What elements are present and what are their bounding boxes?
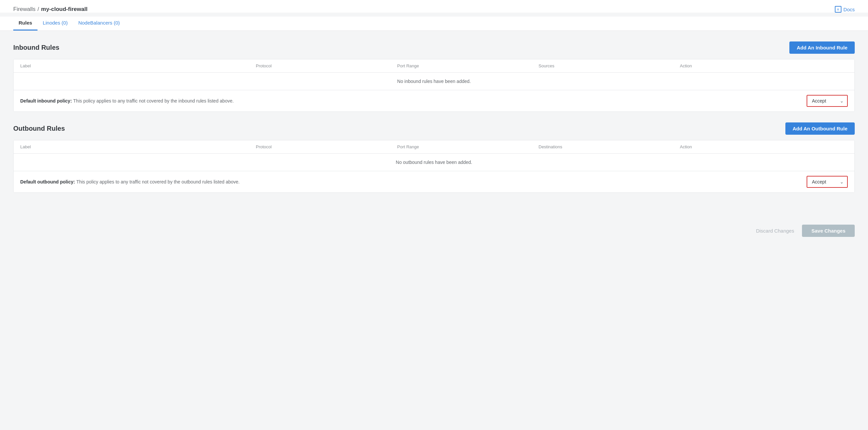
inbound-policy-select[interactable]: Accept Drop: [807, 96, 847, 106]
outbound-table-header: Label Protocol Port Range Destinations A…: [13, 140, 855, 154]
inbound-section-header: Inbound Rules Add An Inbound Rule: [13, 41, 855, 54]
inbound-policy-select-container: Accept Drop ⌄: [807, 96, 847, 106]
outbound-empty-row: No outbound rules have been added.: [13, 154, 855, 171]
inbound-empty-row: No inbound rules have been added.: [13, 73, 855, 90]
inbound-rules-table: Label Protocol Port Range Sources Action…: [13, 59, 855, 112]
breadcrumb: Firewalls / my-cloud-firewall: [13, 6, 88, 12]
inbound-table-header: Label Protocol Port Range Sources Action: [13, 59, 855, 73]
add-outbound-rule-button[interactable]: Add An Outbound Rule: [785, 122, 855, 135]
outbound-policy-select-wrapper: Accept Drop ⌄: [807, 176, 848, 188]
docs-link[interactable]: ≡ Docs: [835, 6, 855, 12]
outbound-section-title: Outbound Rules: [13, 125, 65, 132]
outbound-policy-text: This policy applies to any traffic not c…: [76, 179, 801, 184]
inbound-policy-text: This policy applies to any traffic not c…: [73, 98, 801, 103]
outbound-rules-section: Outbound Rules Add An Outbound Rule Labe…: [13, 122, 855, 193]
outbound-col-actions-empty: [821, 144, 848, 149]
inbound-col-sources: Sources: [538, 63, 680, 68]
tab-linodes[interactable]: Linodes (0): [37, 17, 73, 31]
outbound-rules-table: Label Protocol Port Range Destinations A…: [13, 140, 855, 193]
inbound-policy-label: Default inbound policy:: [20, 98, 72, 103]
tab-rules[interactable]: Rules: [13, 17, 37, 31]
inbound-col-action: Action: [680, 63, 821, 68]
outbound-col-label: Label: [20, 144, 256, 149]
inbound-col-port-range: Port Range: [397, 63, 538, 68]
add-inbound-rule-button[interactable]: Add An Inbound Rule: [789, 41, 855, 54]
discard-changes-button[interactable]: Discard Changes: [754, 225, 795, 237]
breadcrumb-separator: /: [37, 6, 39, 12]
inbound-section-title: Inbound Rules: [13, 44, 59, 52]
inbound-policy-select-wrapper: Accept Drop ⌄: [807, 95, 848, 107]
save-changes-button[interactable]: Save Changes: [802, 225, 855, 237]
outbound-policy-label: Default outbound policy:: [20, 179, 75, 184]
outbound-policy-select[interactable]: Accept Drop: [807, 177, 847, 187]
bottom-actions: Discard Changes Save Changes: [0, 217, 868, 245]
inbound-rules-section: Inbound Rules Add An Inbound Rule Label …: [13, 41, 855, 112]
outbound-section-header: Outbound Rules Add An Outbound Rule: [13, 122, 855, 135]
outbound-col-destinations: Destinations: [538, 144, 680, 149]
inbound-col-protocol: Protocol: [256, 63, 397, 68]
docs-label: Docs: [843, 7, 855, 12]
tabs-bar: Rules Linodes (0) NodeBalancers (0): [0, 17, 868, 31]
outbound-col-port-range: Port Range: [397, 144, 538, 149]
inbound-col-actions-empty: [821, 63, 848, 68]
inbound-col-label: Label: [20, 63, 256, 68]
breadcrumb-current: my-cloud-firewall: [41, 6, 88, 12]
outbound-col-protocol: Protocol: [256, 144, 397, 149]
main-content: Inbound Rules Add An Inbound Rule Label …: [0, 31, 868, 217]
outbound-policy-row: Default outbound policy: This policy app…: [13, 171, 855, 192]
page-wrapper: Firewalls / my-cloud-firewall ≡ Docs Rul…: [0, 0, 868, 430]
outbound-col-action: Action: [680, 144, 821, 149]
tab-nodebalancers[interactable]: NodeBalancers (0): [73, 17, 125, 31]
outbound-policy-select-container: Accept Drop ⌄: [807, 177, 847, 187]
breadcrumb-parent[interactable]: Firewalls: [13, 6, 35, 12]
top-bar: Firewalls / my-cloud-firewall ≡ Docs: [0, 0, 868, 12]
docs-icon: ≡: [835, 6, 841, 12]
inbound-policy-row: Default inbound policy: This policy appl…: [13, 90, 855, 112]
